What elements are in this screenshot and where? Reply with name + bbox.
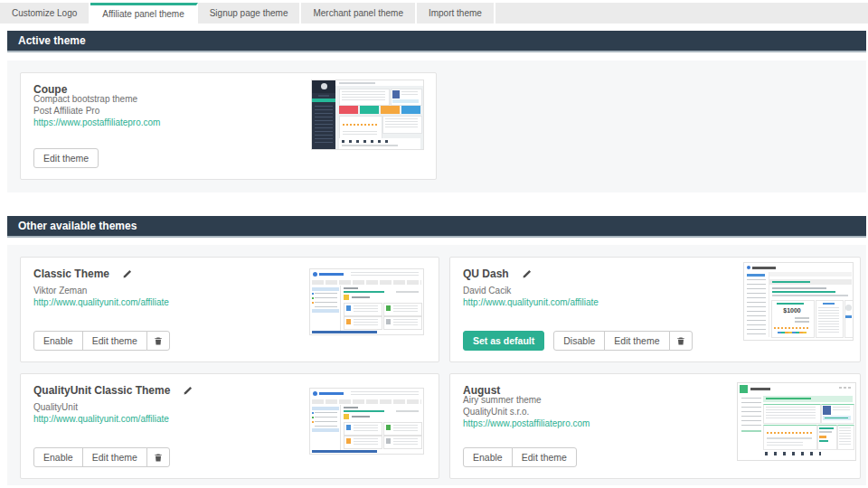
theme-thumbnail-qualityunit-classic xyxy=(309,388,424,455)
tab-customize-logo[interactable]: Customize Logo xyxy=(0,3,90,23)
tab-affiliate-panel-theme[interactable]: Affiliate panel theme xyxy=(90,3,197,23)
edit-pencil-icon[interactable] xyxy=(122,269,132,279)
theme-tabs: Customize Logo Affiliate panel theme Sig… xyxy=(0,3,868,23)
thumb-stat-orange xyxy=(381,106,400,114)
theme-desc-line: Viktor Zeman xyxy=(33,285,169,296)
enable-theme-button[interactable]: Enable xyxy=(33,447,83,467)
theme-desc-line: Compact bootstrap theme xyxy=(33,93,160,105)
thumb-stat-blue xyxy=(401,106,420,114)
tab-signup-page-theme[interactable]: Signup page theme xyxy=(198,3,302,23)
delete-theme-button[interactable] xyxy=(146,331,170,351)
theme-desc-line: David Cacik xyxy=(463,285,599,296)
set-as-default-button[interactable]: Set as default xyxy=(463,331,544,351)
trash-icon xyxy=(154,336,163,346)
theme-name: QU Dash xyxy=(463,267,509,280)
theme-link[interactable]: http://www.qualityunit.com/affiliate xyxy=(33,296,169,308)
thumb-stat-green xyxy=(360,106,379,114)
theme-card-august: August Airy summer theme QualityUnit s.r… xyxy=(449,373,861,479)
thumb-logo xyxy=(313,272,317,277)
edit-theme-button[interactable]: Edit theme xyxy=(512,447,577,467)
theme-card-qualityunit-classic: QualityUnit Classic Theme QualityUnit ht… xyxy=(20,373,439,479)
theme-desc-line: QualityUnit xyxy=(33,401,169,413)
delete-theme-button[interactable] xyxy=(669,331,693,351)
edit-theme-button[interactable]: Edit theme xyxy=(82,447,147,467)
theme-thumbnail-coupe xyxy=(311,80,424,150)
edit-theme-button[interactable]: Edit theme xyxy=(82,331,147,351)
trash-icon xyxy=(676,336,685,346)
thumb-stat-value: $1000 xyxy=(771,306,813,314)
enable-theme-button[interactable]: Enable xyxy=(33,331,83,351)
theme-thumbnail-august xyxy=(737,382,856,461)
theme-thumbnail-qu-dash: $1000 xyxy=(743,262,854,341)
thumb-avatar xyxy=(321,83,327,89)
theme-card-classic: Classic Theme Viktor Zeman http://www.qu… xyxy=(20,257,439,362)
edit-theme-button[interactable]: Edit theme xyxy=(604,331,669,351)
theme-desc-line: Airy summer theme xyxy=(463,394,590,406)
thumb-logo xyxy=(740,385,748,393)
delete-theme-button[interactable] xyxy=(146,447,170,467)
trash-icon xyxy=(154,453,163,463)
edit-theme-button[interactable]: Edit theme xyxy=(33,148,99,168)
thumb-stat-red xyxy=(339,106,358,114)
theme-name: QualityUnit Classic Theme xyxy=(33,384,170,397)
thumb-logo xyxy=(313,391,317,396)
thumb-logo xyxy=(747,266,750,269)
theme-link[interactable]: http://www.qualityunit.com/affiliate xyxy=(463,296,599,308)
tab-merchant-panel-theme[interactable]: Merchant panel theme xyxy=(301,3,417,23)
theme-thumbnail-classic xyxy=(309,268,424,335)
enable-theme-button[interactable]: Enable xyxy=(463,447,513,467)
other-themes-panel: Classic Theme Viktor Zeman http://www.qu… xyxy=(7,245,866,485)
theme-card-coupe: Coupe Compact bootstrap theme Post Affil… xyxy=(20,72,437,180)
active-theme-panel: Coupe Compact bootstrap theme Post Affil… xyxy=(7,61,866,192)
theme-card-qu-dash: QU Dash David Cacik http://www.qualityun… xyxy=(449,257,861,362)
edit-pencil-icon[interactable] xyxy=(183,386,193,396)
theme-name: Classic Theme xyxy=(33,267,109,280)
theme-link[interactable]: https://www.postaffiliatepro.com xyxy=(463,418,590,429)
edit-pencil-icon[interactable] xyxy=(522,269,532,279)
disable-theme-button[interactable]: Disable xyxy=(553,331,605,351)
theme-desc-line: QualityUnit s.r.o. xyxy=(463,406,590,418)
tab-import-theme[interactable]: Import theme xyxy=(417,3,495,23)
other-themes-section-header: Other available themes xyxy=(7,216,866,238)
active-theme-section-header: Active theme xyxy=(7,31,866,52)
theme-desc-line: Post Affiliate Pro xyxy=(33,105,160,117)
theme-link[interactable]: https://www.postaffiliatepro.com xyxy=(33,117,160,128)
theme-link[interactable]: http://www.qualityunit.com/affiliate xyxy=(33,413,169,425)
